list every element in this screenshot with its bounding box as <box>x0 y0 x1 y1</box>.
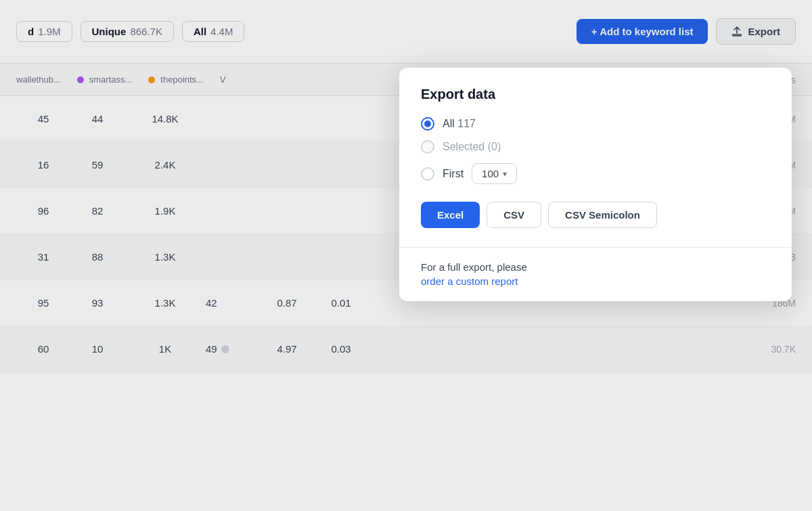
csv-button[interactable]: CSV <box>487 202 541 228</box>
csv-semicolon-button[interactable]: CSV Semicolon <box>548 202 657 228</box>
footer-text: For a full export, please <box>421 261 770 273</box>
first-row: First 100 ▾ <box>443 163 517 184</box>
radio-circle-all <box>421 117 434 131</box>
dialog-body: Export data All 117 Selected (0) <box>399 68 792 247</box>
dialog-footer: For a full export, please order a custom… <box>399 247 792 301</box>
export-buttons: Excel CSV CSV Semicolon <box>421 202 770 228</box>
first-count-select[interactable]: 100 ▾ <box>472 163 517 184</box>
radio-item-all[interactable]: All 117 <box>421 117 770 131</box>
radio-item-selected[interactable]: Selected (0) <box>421 140 770 154</box>
dialog-title: Export data <box>421 87 770 102</box>
radio-label-all: All 117 <box>443 118 476 130</box>
radio-label-first: First <box>443 168 464 180</box>
radio-group: All 117 Selected (0) First 100 <box>421 117 770 184</box>
radio-item-first[interactable]: First 100 ▾ <box>421 163 770 184</box>
radio-selected-count: (0) <box>488 141 501 152</box>
radio-circle-selected <box>421 140 434 154</box>
radio-label-selected: Selected (0) <box>443 141 501 153</box>
first-value: 100 <box>482 168 499 179</box>
radio-selected-text: Selected <box>443 141 484 152</box>
order-custom-report-link[interactable]: order a custom report <box>421 275 518 287</box>
export-dialog: Export data All 117 Selected (0) <box>399 68 792 301</box>
excel-button[interactable]: Excel <box>421 202 480 228</box>
chevron-down-icon: ▾ <box>503 169 507 179</box>
radio-circle-first <box>421 167 434 181</box>
radio-all-count: 117 <box>457 118 476 129</box>
radio-all-text: All <box>443 118 455 129</box>
